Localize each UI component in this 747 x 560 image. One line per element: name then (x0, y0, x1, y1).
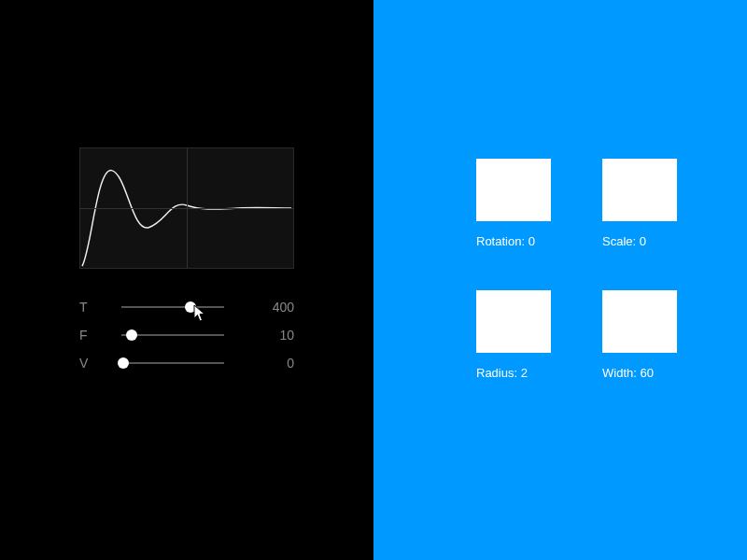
left-panel: T 400 F 10 V 0 (0, 0, 374, 560)
tile-scale: Scale: 0 (602, 159, 677, 248)
label-radius-value: 2 (521, 366, 528, 380)
slider-v[interactable] (121, 362, 224, 364)
tile-rotation: Rotation: 0 (476, 159, 551, 248)
label-radius-prefix: Radius: (476, 366, 517, 380)
slider-label-t: T (79, 300, 121, 315)
tile-width: Width: 60 (602, 290, 677, 380)
label-rotation: Rotation: 0 (476, 234, 551, 248)
slider-thumb-f[interactable] (126, 329, 137, 341)
slider-value-f: 10 (257, 328, 294, 343)
label-scale: Scale: 0 (602, 234, 677, 248)
label-width-prefix: Width: (602, 366, 637, 380)
label-rotation-value: 0 (529, 234, 535, 248)
slider-t[interactable] (121, 306, 224, 308)
slider-f[interactable] (121, 334, 224, 336)
slider-row-v: V 0 (79, 349, 294, 377)
tile-radius: Radius: 2 (476, 290, 551, 380)
swatch-radius[interactable] (476, 290, 551, 353)
slider-row-f: F 10 (79, 321, 294, 349)
label-width: Width: 60 (602, 366, 677, 380)
right-panel: Rotation: 0 Scale: 0 Radius: 2 Width: 60 (374, 0, 747, 560)
slider-thumb-v[interactable] (118, 357, 129, 369)
swatch-width[interactable] (602, 290, 677, 353)
slider-thumb-t[interactable] (185, 301, 196, 313)
swatch-scale[interactable] (602, 159, 677, 221)
slider-label-f: F (79, 328, 121, 343)
swatch-rotation[interactable] (476, 159, 551, 221)
label-rotation-prefix: Rotation: (476, 234, 525, 248)
label-width-value: 60 (640, 366, 653, 380)
slider-label-v: V (79, 356, 121, 371)
sliders-group: T 400 F 10 V 0 (79, 293, 294, 377)
label-radius: Radius: 2 (476, 366, 551, 380)
spring-curve-graph (79, 147, 294, 269)
tiles-grid: Rotation: 0 Scale: 0 Radius: 2 Width: 60 (476, 159, 677, 380)
label-scale-prefix: Scale: (602, 234, 636, 248)
graph-divider (187, 148, 188, 268)
slider-row-t: T 400 (79, 293, 294, 321)
slider-value-v: 0 (257, 356, 294, 371)
slider-value-t: 400 (257, 300, 294, 315)
label-scale-value: 0 (640, 234, 646, 248)
